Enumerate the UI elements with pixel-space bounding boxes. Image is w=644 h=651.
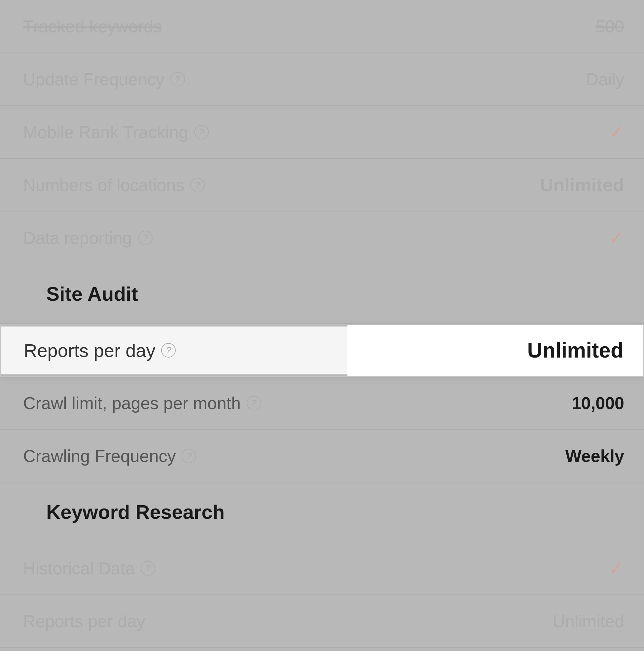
mobile-rank-tracking-question-icon[interactable]: ?: [194, 125, 209, 140]
reports-per-day-kw-row: Reports per day Unlimited: [0, 595, 644, 648]
reports-per-day-kw-label-cell: Reports per day: [0, 598, 347, 644]
update-frequency-label: Update Frequency: [23, 69, 164, 89]
crawl-limit-question-icon[interactable]: ?: [247, 396, 261, 410]
mobile-rank-tracking-label-cell: Mobile Rank Tracking ?: [0, 109, 347, 155]
historical-data-value-cell: ✓: [347, 544, 644, 592]
update-frequency-question-icon[interactable]: ?: [170, 72, 185, 87]
reports-per-day-kw-value: Unlimited: [552, 611, 624, 631]
numbers-of-locations-label: Numbers of locations: [23, 175, 184, 195]
numbers-of-locations-question-icon[interactable]: ?: [190, 178, 205, 192]
question-mark-5: ?: [166, 345, 171, 355]
reports-per-day-kw-value-cell: Unlimited: [347, 598, 644, 644]
site-audit-header-row: Site Audit: [0, 265, 644, 324]
reports-per-day-label: Reports per day: [24, 340, 155, 361]
question-mark: ?: [175, 74, 180, 85]
keyword-research-header-label-cell: Keyword Research: [0, 471, 347, 553]
mobile-rank-tracking-value-cell: ✓: [347, 108, 644, 156]
question-mark-4: ?: [143, 232, 148, 243]
data-reporting-row: Data reporting ? ✓: [0, 212, 644, 265]
historical-data-label: Historical Data: [23, 558, 135, 578]
crawl-limit-value: 10,000: [572, 393, 624, 413]
update-frequency-label-cell: Update Frequency ?: [0, 56, 347, 102]
historical-data-label-cell: Historical Data ?: [0, 545, 347, 591]
reports-per-day-value: Unlimited: [527, 338, 623, 363]
keyword-research-header-row: Keyword Research: [0, 483, 644, 542]
site-audit-header-value-cell: [347, 281, 644, 307]
question-mark-2: ?: [199, 127, 204, 137]
update-frequency-row: Update Frequency ? Daily: [0, 53, 644, 106]
crawl-limit-label: Crawl limit, pages per month: [23, 393, 241, 413]
crawl-limit-row: Crawl limit, pages per month ? 10,000: [0, 377, 644, 430]
question-mark-6: ?: [251, 398, 257, 408]
comparison-table: Tracked keywords 500 Update Frequency ? …: [0, 0, 644, 651]
tracked-keywords-label: Tracked keywords: [23, 17, 162, 36]
historical-data-question-icon[interactable]: ?: [141, 561, 155, 576]
site-audit-header-label-cell: Site Audit: [0, 253, 347, 335]
question-mark-3: ?: [195, 180, 200, 190]
data-reporting-label: Data reporting: [23, 228, 132, 248]
historical-data-check: ✓: [609, 557, 624, 579]
numbers-of-locations-label-cell: Numbers of locations ?: [0, 162, 347, 208]
crawling-frequency-question-icon[interactable]: ?: [182, 449, 196, 463]
data-reporting-value-cell: ✓: [347, 214, 644, 262]
numbers-of-locations-value: Unlimited: [540, 174, 624, 196]
data-reporting-label-cell: Data reporting ?: [0, 215, 347, 261]
question-mark-8: ?: [145, 563, 151, 574]
question-mark-7: ?: [187, 451, 192, 461]
keyword-suggestions-row: Keyword Suggestions 100,000: [0, 648, 644, 651]
update-frequency-value: Daily: [586, 69, 624, 89]
crawl-limit-label-cell: Crawl limit, pages per month ?: [0, 380, 347, 426]
mobile-rank-tracking-label: Mobile Rank Tracking: [23, 122, 188, 142]
numbers-of-locations-row: Numbers of locations ? Unlimited: [0, 159, 644, 212]
tracked-keywords-value: 500: [595, 17, 624, 36]
reports-per-day-question-icon[interactable]: ?: [161, 343, 176, 358]
crawl-limit-value-cell: 10,000: [347, 380, 644, 426]
reports-per-day-kw-label: Reports per day: [23, 611, 145, 631]
reports-per-day-value-cell: Unlimited: [347, 325, 643, 376]
crawling-frequency-value-cell: Weekly: [347, 433, 644, 479]
tracked-keywords-value-cell: 500: [347, 3, 644, 50]
reports-per-day-row: Reports per day ? Unlimited: [0, 324, 644, 377]
site-audit-header-label: Site Audit: [23, 266, 161, 322]
update-frequency-value-cell: Daily: [347, 56, 644, 102]
numbers-of-locations-value-cell: Unlimited: [347, 161, 644, 209]
crawling-frequency-label: Crawling Frequency: [23, 446, 176, 466]
reports-per-day-label-cell: Reports per day ?: [1, 327, 347, 374]
tracked-keywords-label-cell: Tracked keywords: [0, 3, 347, 50]
tracked-keywords-row: Tracked keywords 500: [0, 0, 644, 53]
keyword-research-header-label: Keyword Research: [23, 484, 248, 540]
data-reporting-question-icon[interactable]: ?: [138, 231, 153, 245]
keyword-research-header-value-cell: [347, 499, 644, 525]
historical-data-row: Historical Data ? ✓: [0, 542, 644, 595]
mobile-rank-tracking-row: Mobile Rank Tracking ? ✓: [0, 106, 644, 159]
crawling-frequency-value: Weekly: [566, 446, 624, 466]
data-reporting-check: ✓: [609, 227, 624, 248]
mobile-rank-tracking-check: ✓: [609, 121, 624, 143]
